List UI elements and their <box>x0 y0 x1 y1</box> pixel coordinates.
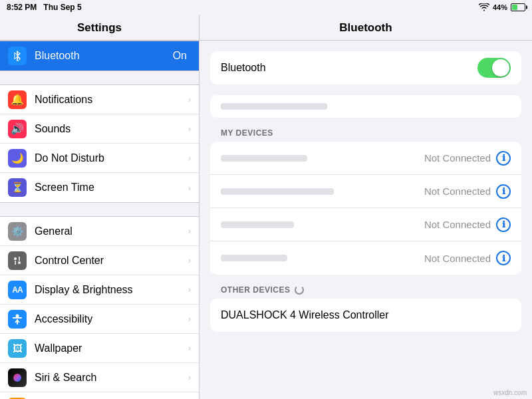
device-placeholder <box>221 255 287 261</box>
bluetooth-value: On <box>173 50 187 62</box>
chevron-icon: › <box>188 343 191 353</box>
svg-point-1 <box>18 261 21 264</box>
chevron-icon: › <box>188 94 191 104</box>
device-right: Not Connected ℹ <box>424 217 511 232</box>
donotdisturb-icon: 🌙 <box>8 149 27 168</box>
battery-icon <box>511 3 525 11</box>
not-connected-label: Not Connected <box>424 152 491 164</box>
sidebar-item-sirisearch[interactable]: Siri & Search › <box>0 363 199 392</box>
chevron-icon: › <box>188 255 191 265</box>
device-row-4[interactable]: Not Connected ℹ <box>210 241 521 275</box>
screentime-label: Screen Time <box>35 182 188 194</box>
loading-spinner <box>295 285 304 295</box>
svg-point-4 <box>16 314 19 317</box>
wallpaper-label: Wallpaper <box>35 342 188 354</box>
chevron-icon: › <box>188 285 191 295</box>
sidebar-item-donotdisturb[interactable]: 🌙 Do Not Disturb › <box>0 144 199 173</box>
sounds-label: Sounds <box>35 123 188 135</box>
sidebar: Settings Bluetooth On 🔔 Notificat <box>0 15 200 399</box>
my-devices-section-label: MY DEVICES <box>210 128 521 142</box>
info-button[interactable]: ℹ <box>496 151 511 166</box>
device-right: Not Connected ℹ <box>424 151 511 166</box>
battery-fill <box>512 5 517 10</box>
chevron-icon: › <box>188 226 191 236</box>
info-button[interactable]: ℹ <box>496 217 511 232</box>
detail-panel: Bluetooth Bluetooth MY DEVICES <box>200 15 532 399</box>
chevron-icon: › <box>188 124 191 134</box>
accessibility-icon <box>8 310 27 329</box>
not-connected-label: Not Connected <box>424 186 491 197</box>
chevron-icon: › <box>188 372 191 382</box>
main-content: Settings Bluetooth On 🔔 Notificat <box>0 15 532 399</box>
device-right: Not Connected ℹ <box>424 251 511 265</box>
watermark: wsxdn.com <box>493 389 527 396</box>
svg-point-5 <box>13 374 21 382</box>
bluetooth-toggle-label: Bluetooth <box>221 62 266 74</box>
sidebar-item-screentime[interactable]: ⏳ Screen Time › <box>0 173 199 202</box>
searching-placeholder <box>221 103 327 110</box>
other-devices-card: DUALSHOCK 4 Wireless Controller <box>210 299 521 332</box>
status-bar: 8:52 PM Thu Sep 5 44% <box>0 0 532 15</box>
donotdisturb-label: Do Not Disturb <box>35 152 188 164</box>
screentime-icon: ⏳ <box>8 178 27 197</box>
bluetooth-toggle-row: Bluetooth <box>221 51 511 84</box>
dualshock-row[interactable]: DUALSHOCK 4 Wireless Controller <box>210 299 521 332</box>
detail-content: Bluetooth MY DEVICES Not Connected <box>200 41 532 342</box>
info-button[interactable]: ℹ <box>496 251 511 265</box>
svg-point-0 <box>14 257 17 260</box>
sidebar-item-touchid[interactable]: 👆 Touch ID & Passcode › <box>0 392 199 399</box>
sidebar-item-controlcenter[interactable]: Control Center › <box>0 246 199 275</box>
bluetooth-toggle-switch[interactable] <box>477 58 511 78</box>
displaybrightness-label: Display & Brightness <box>35 284 188 296</box>
info-button[interactable]: ℹ <box>496 184 511 199</box>
time-label: 8:52 PM <box>7 3 37 12</box>
toggle-knob <box>492 59 509 76</box>
bluetooth-label: Bluetooth <box>35 50 173 62</box>
wifi-icon <box>479 3 489 11</box>
chevron-icon: › <box>188 314 191 324</box>
bt-searching-row <box>210 95 521 118</box>
date-label: Thu Sep 5 <box>43 3 81 12</box>
sidebar-group-3: ⚙️ General › Control Center › <box>0 216 199 399</box>
wallpaper-icon: 🖼 <box>8 339 27 358</box>
status-left: 8:52 PM Thu Sep 5 <box>7 3 82 12</box>
chevron-icon: › <box>188 183 191 193</box>
bluetooth-toggle-card: Bluetooth <box>210 51 521 84</box>
battery-percentage: 44% <box>493 3 507 11</box>
sirisearch-label: Siri & Search <box>35 372 188 384</box>
device-row-2[interactable]: Not Connected ℹ <box>210 175 521 208</box>
device-placeholder <box>221 188 334 195</box>
detail-title: Bluetooth <box>200 15 532 41</box>
device-placeholder <box>221 221 294 228</box>
sidebar-group-1: Bluetooth On <box>0 41 199 71</box>
controlcenter-icon <box>8 251 27 270</box>
sidebar-group-2: 🔔 Notifications › 🔊 Sounds › 🌙 Do Not Di… <box>0 84 199 203</box>
sidebar-item-general[interactable]: ⚙️ General › <box>0 217 199 246</box>
status-right: 44% <box>479 3 525 11</box>
notifications-icon: 🔔 <box>8 90 27 109</box>
device-row-3[interactable]: Not Connected ℹ <box>210 208 521 241</box>
sidebar-item-bluetooth[interactable]: Bluetooth On <box>0 41 199 70</box>
device-placeholder <box>221 155 307 162</box>
dualshock-label: DUALSHOCK 4 Wireless Controller <box>221 309 389 321</box>
bluetooth-icon <box>8 47 27 65</box>
displaybrightness-icon: AA <box>8 281 27 299</box>
chevron-icon: › <box>188 153 191 163</box>
sidebar-item-sounds[interactable]: 🔊 Sounds › <box>0 114 199 144</box>
device-right: Not Connected ℹ <box>424 184 511 199</box>
sidebar-item-notifications[interactable]: 🔔 Notifications › <box>0 85 199 114</box>
not-connected-label: Not Connected <box>424 219 491 230</box>
other-devices-section-label: OTHER DEVICES <box>210 285 521 299</box>
controlcenter-label: Control Center <box>35 255 188 267</box>
general-icon: ⚙️ <box>8 222 27 241</box>
sidebar-item-accessibility[interactable]: Accessibility › <box>0 305 199 334</box>
sidebar-item-displaybrightness[interactable]: AA Display & Brightness › <box>0 275 199 305</box>
sidebar-title: Settings <box>0 15 199 41</box>
not-connected-label: Not Connected <box>424 253 491 264</box>
notifications-label: Notifications <box>35 94 188 106</box>
device-row-1[interactable]: Not Connected ℹ <box>210 142 521 175</box>
sidebar-item-wallpaper[interactable]: 🖼 Wallpaper › <box>0 334 199 363</box>
general-label: General <box>35 225 188 237</box>
siri-icon <box>8 368 27 387</box>
my-devices-card: Not Connected ℹ Not Connected ℹ Not Conn… <box>210 142 521 275</box>
